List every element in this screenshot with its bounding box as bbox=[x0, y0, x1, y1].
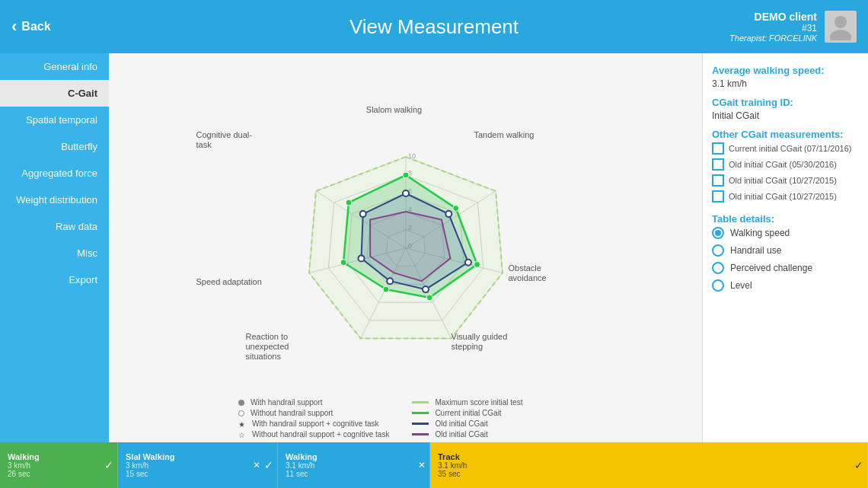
svg-point-37 bbox=[359, 211, 365, 217]
svg-point-29 bbox=[340, 259, 346, 265]
svg-point-26 bbox=[474, 261, 480, 267]
axis-label-speed: Speed adaptation bbox=[196, 277, 269, 287]
avatar-icon bbox=[827, 13, 854, 40]
legend-old-cgait-2: Old initial CGait bbox=[412, 430, 522, 439]
header: ‹ Back View Measurement DEMO client #31 … bbox=[0, 0, 868, 53]
page-title: View Measurement bbox=[349, 15, 519, 39]
avatar bbox=[825, 11, 857, 43]
sidebar-item-misc[interactable]: Misc bbox=[0, 240, 109, 266]
svg-point-32 bbox=[445, 211, 452, 217]
user-id: #31 bbox=[729, 23, 817, 33]
seg3-speed: 3.1 km/h bbox=[286, 461, 422, 470]
measurement-label-0: Current initial CGait (07/11/2016) bbox=[729, 144, 851, 153]
radio-level[interactable] bbox=[712, 279, 724, 292]
axis-label-reaction: Reaction tounexpectedsituations bbox=[246, 332, 322, 362]
seg4-speed: 3.1 km/h bbox=[438, 461, 860, 470]
axis-label-visually: Visually guidedstepping bbox=[452, 332, 528, 352]
content-main: .axis-line { stroke: #ccc; stroke-width:… bbox=[109, 53, 868, 442]
cgait-training-label: CGait training ID: bbox=[712, 97, 859, 108]
svg-point-31 bbox=[403, 190, 409, 196]
table-detail-perceived-challenge[interactable]: Perceived challenge bbox=[712, 262, 859, 274]
radio-perceived-challenge[interactable] bbox=[712, 262, 724, 274]
svg-point-33 bbox=[464, 259, 471, 265]
sidebar-item-export[interactable]: Export bbox=[0, 266, 109, 293]
legend-line-current bbox=[412, 412, 429, 414]
sidebar-item-raw-data[interactable]: Raw data bbox=[0, 213, 109, 240]
seg4-duration: 35 sec bbox=[438, 470, 860, 478]
svg-point-24 bbox=[403, 172, 409, 178]
legend-handrail-cog: ★ With handrail support + cognitive task bbox=[238, 419, 389, 428]
radar-chart: .axis-line { stroke: #ccc; stroke-width:… bbox=[193, 88, 619, 408]
legend-no-handrail-cog: ☆ Without handrail support + cognitive t… bbox=[238, 430, 389, 439]
bottom-bar: Walking 3 km/h 26 sec ✓ Slal Walking 3 k… bbox=[0, 442, 868, 488]
segment-walking-1: Walking 3 km/h 26 sec ✓ bbox=[0, 442, 118, 488]
svg-point-34 bbox=[423, 286, 429, 292]
seg1-title: Walking bbox=[8, 452, 110, 461]
axis-label-slalom: Slalom walking bbox=[364, 105, 425, 115]
chart-area: .axis-line { stroke: #ccc; stroke-width:… bbox=[109, 53, 702, 442]
detail-label-walking-speed: Walking speed bbox=[730, 228, 790, 238]
legend-current-cgait: Current initial CGait bbox=[412, 409, 522, 417]
segment-slal-walking: Slal Walking 3 km/h 15 sec ✓ ✕ bbox=[118, 442, 278, 488]
sidebar: General info C-Gait Spatial temporal But… bbox=[0, 53, 109, 442]
sidebar-item-general-info[interactable]: General info bbox=[0, 53, 109, 80]
avg-speed-label: Average walking speed: bbox=[712, 65, 859, 76]
detail-label-perceived-challenge: Perceived challenge bbox=[730, 263, 812, 273]
axis-label-obstacle: Obstacleavoidance bbox=[509, 263, 577, 283]
user-info-header: DEMO client #31 Therapist: FORCELINK bbox=[729, 11, 857, 43]
legend-no-handrail: Without handrail support bbox=[238, 409, 389, 417]
svg-point-30 bbox=[346, 199, 352, 206]
main-layout: General info C-Gait Spatial temporal But… bbox=[0, 53, 868, 442]
measurement-label-1: Old initial CGait (05/30/2016) bbox=[729, 160, 837, 169]
table-detail-level[interactable]: Level bbox=[712, 279, 859, 292]
seg2-check-icon: ✓ bbox=[264, 459, 273, 471]
back-button[interactable]: ‹ Back bbox=[11, 17, 51, 37]
radio-walking-speed[interactable] bbox=[712, 227, 724, 239]
seg2-speed: 3 km/h bbox=[126, 461, 270, 470]
measurement-item-0[interactable]: Current initial CGait (07/11/2016) bbox=[712, 142, 859, 155]
sidebar-item-aggregated-force[interactable]: Aggregated force bbox=[0, 160, 109, 187]
legend-star-no-handrail-cog: ☆ bbox=[238, 431, 246, 439]
legend-line-old2 bbox=[412, 433, 429, 435]
svg-point-25 bbox=[452, 205, 458, 211]
seg3-duration: 11 sec bbox=[286, 470, 422, 478]
back-icon: ‹ bbox=[11, 17, 17, 37]
radio-handrail[interactable] bbox=[712, 244, 724, 257]
radio-inner-walking-speed bbox=[715, 230, 721, 236]
table-detail-handrail[interactable]: Handrail use bbox=[712, 244, 859, 257]
svg-point-36 bbox=[358, 255, 364, 261]
svg-point-0 bbox=[834, 16, 847, 28]
other-measurements-label: Other CGait measurements: bbox=[712, 129, 859, 140]
seg2-title: Slal Walking bbox=[126, 452, 270, 461]
legend-dot-handrail bbox=[238, 400, 244, 406]
seg3-x-icon: ✕ bbox=[418, 460, 426, 470]
sidebar-item-cgait[interactable]: C-Gait bbox=[0, 80, 109, 107]
svg-point-35 bbox=[387, 278, 393, 284]
measurement-label-2: Old initial CGait (10/27/2015) bbox=[729, 176, 837, 185]
seg4-check-icon: ✓ bbox=[854, 459, 863, 471]
measurement-item-1[interactable]: Old initial CGait (05/30/2016) bbox=[712, 158, 859, 171]
segment-track: Track 3.1 km/h 35 sec ✓ bbox=[430, 442, 868, 488]
sidebar-item-butterfly[interactable]: Butterfly bbox=[0, 133, 109, 160]
sidebar-item-spatial-temporal[interactable]: Spatial temporal bbox=[0, 107, 109, 133]
seg3-title: Walking bbox=[286, 452, 422, 461]
table-detail-walking-speed[interactable]: Walking speed bbox=[712, 227, 859, 239]
measurement-checkbox-2[interactable] bbox=[712, 174, 724, 187]
right-panel: Average walking speed: 3.1 km/h CGait tr… bbox=[702, 53, 868, 442]
measurement-checkbox-1[interactable] bbox=[712, 158, 724, 171]
svg-point-27 bbox=[426, 294, 432, 300]
seg4-title: Track bbox=[438, 452, 860, 461]
measurement-item-2[interactable]: Old initial CGait (10/27/2015) bbox=[712, 174, 859, 187]
measurement-checkbox-0[interactable] bbox=[712, 142, 724, 155]
user-details: DEMO client #31 Therapist: FORCELINK bbox=[729, 11, 817, 43]
seg2-x-icon: ✕ bbox=[253, 460, 260, 470]
measurement-item-3[interactable]: Old initial CGait (10/27/2015) bbox=[712, 190, 859, 203]
sidebar-item-weight-distribution[interactable]: Weight distribution bbox=[0, 187, 109, 213]
seg1-duration: 26 sec bbox=[8, 470, 110, 478]
measurement-checkbox-3[interactable] bbox=[712, 190, 724, 203]
legend-circle-no-handrail bbox=[238, 410, 244, 416]
legend-star-handrail-cog: ★ bbox=[238, 420, 246, 428]
legend-old-cgait-1: Old initial CGait bbox=[412, 419, 522, 428]
svg-point-28 bbox=[383, 286, 389, 292]
user-therapist: Therapist: FORCELINK bbox=[729, 33, 817, 43]
